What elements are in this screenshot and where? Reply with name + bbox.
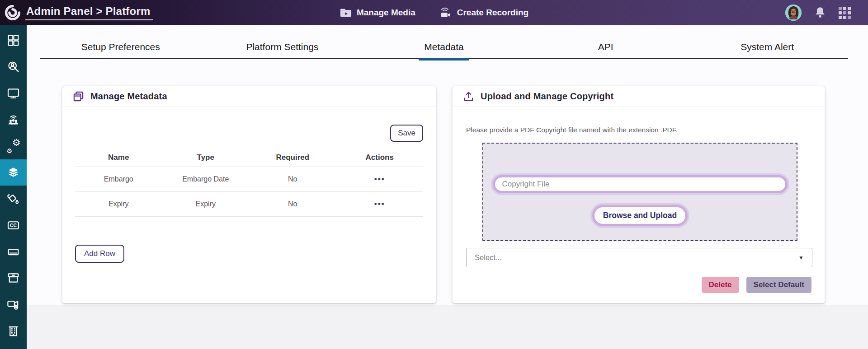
sidebar-item-organization[interactable] — [0, 318, 27, 344]
cell-name: Embargo — [75, 167, 162, 191]
row-actions-menu-icon[interactable]: ••• — [374, 200, 385, 208]
cell-required: No — [249, 191, 336, 216]
topbar: Admin Panel > Platform Manage Media Crea… — [0, 0, 868, 25]
sidebar-item-screens[interactable] — [0, 80, 27, 107]
user-avatar[interactable] — [785, 5, 802, 21]
tab-label: API — [598, 42, 613, 52]
monitor-icon — [7, 87, 20, 100]
cell-required: No — [249, 167, 336, 191]
table-row: Expiry Expiry No ••• — [75, 191, 423, 216]
create-recording-button[interactable]: Create Recording — [439, 6, 528, 19]
manage-media-button[interactable]: Manage Media — [340, 7, 415, 18]
card-title: Manage Metadata — [90, 91, 167, 102]
copyright-file-input[interactable] — [493, 175, 788, 193]
tab-system-alert[interactable]: System Alert — [686, 25, 848, 58]
folder-play-icon — [340, 7, 352, 18]
copyright-dropzone[interactable]: Browse and Upload — [482, 143, 797, 241]
svg-text:CC: CC — [10, 223, 17, 228]
tab-platform-settings[interactable]: Platform Settings — [202, 25, 363, 58]
user-search-icon — [7, 60, 20, 73]
page-title: Admin Panel > Platform — [25, 5, 153, 20]
save-button[interactable]: Save — [390, 125, 423, 142]
tab-label: System Alert — [741, 42, 794, 52]
tab-api[interactable]: API — [525, 25, 687, 58]
sidebar: ⚙⚙ CC — [0, 25, 27, 349]
create-recording-label: Create Recording — [457, 8, 528, 18]
layers-icon — [7, 166, 20, 179]
paint-bucket-icon — [7, 192, 20, 205]
manage-media-label: Manage Media — [357, 8, 415, 18]
tab-label: Metadata — [424, 42, 464, 52]
captions-icon: CC — [7, 219, 20, 232]
add-row-button[interactable]: Add Row — [75, 245, 124, 263]
column-header-type: Type — [162, 149, 250, 167]
tab-label: Platform Settings — [246, 42, 318, 52]
copyright-select-dropdown[interactable]: Select... ▼ — [466, 248, 812, 267]
tab-bar: Setup Preferences Platform Settings Meta… — [40, 25, 848, 59]
sidebar-item-captions[interactable]: CC — [0, 212, 27, 239]
manage-metadata-card: Manage Metadata Save Name Type Required … — [62, 86, 436, 303]
active-tab-underline — [419, 58, 469, 60]
page-bottom-strip — [27, 305, 868, 349]
main-content: Setup Preferences Platform Settings Meta… — [27, 25, 868, 349]
sidebar-item-recording-settings[interactable] — [0, 291, 27, 318]
apps-grid-icon[interactable] — [839, 7, 851, 19]
column-header-required: Required — [249, 149, 336, 167]
topbar-actions: Manage Media Create Recording — [340, 0, 528, 25]
column-header-name: Name — [75, 149, 162, 167]
sidebar-item-dashboard[interactable] — [0, 27, 27, 54]
chevron-down-icon: ▼ — [798, 255, 804, 261]
cell-type: Expiry — [162, 191, 250, 216]
table-header-row: Name Type Required Actions — [75, 149, 423, 167]
upload-icon — [462, 90, 475, 102]
camera-broadcast-icon — [439, 6, 453, 19]
tab-setup-preferences[interactable]: Setup Preferences — [40, 25, 202, 58]
copyright-card: Upload and Manage Copyright Please provi… — [452, 86, 825, 303]
sidebar-item-settings[interactable]: ⚙⚙ — [0, 133, 27, 159]
copyright-header: Upload and Manage Copyright — [453, 86, 825, 107]
notifications-bell-icon[interactable] — [814, 6, 826, 19]
sidebar-item-audience[interactable] — [0, 107, 27, 133]
sidebar-item-user-search[interactable] — [0, 54, 27, 80]
app-logo-swirl-icon[interactable] — [5, 5, 21, 21]
browse-and-upload-button[interactable]: Browse and Upload — [592, 205, 688, 226]
delete-button[interactable]: Delete — [702, 277, 739, 293]
brand: Admin Panel > Platform — [0, 5, 153, 21]
card-title: Upload and Manage Copyright — [481, 91, 613, 102]
drive-icon — [7, 245, 20, 258]
tab-label: Setup Preferences — [81, 42, 160, 52]
building-icon — [7, 324, 20, 337]
sidebar-item-theme[interactable] — [0, 186, 27, 212]
gears-icon: ⚙⚙ — [7, 139, 20, 153]
sidebar-item-archive[interactable] — [0, 265, 27, 292]
archive-icon — [7, 271, 20, 284]
cell-type: Embargo Date — [162, 167, 250, 191]
tab-metadata[interactable]: Metadata — [363, 25, 525, 58]
select-default-button[interactable]: Select Default — [746, 277, 811, 293]
copyright-instructions: Please provide a PDF Copyright file name… — [466, 126, 678, 134]
topbar-right — [785, 0, 851, 25]
table-row: Embargo Embargo Date No ••• — [75, 167, 423, 191]
select-placeholder: Select... — [475, 253, 502, 262]
audience-icon — [7, 113, 20, 126]
copyright-actions: Delete Select Default — [702, 277, 811, 293]
metadata-table: Name Type Required Actions Embargo Embar… — [75, 149, 423, 217]
column-header-actions: Actions — [336, 149, 424, 167]
row-actions-menu-icon[interactable]: ••• — [374, 175, 385, 183]
sidebar-item-storage[interactable] — [0, 238, 27, 265]
stacked-cards-icon — [72, 90, 85, 102]
cell-name: Expiry — [75, 191, 162, 216]
dashboard-icon — [7, 34, 20, 47]
manage-metadata-header: Manage Metadata — [62, 86, 436, 107]
video-settings-icon — [7, 298, 20, 311]
sidebar-item-metadata-layers[interactable] — [0, 159, 27, 186]
